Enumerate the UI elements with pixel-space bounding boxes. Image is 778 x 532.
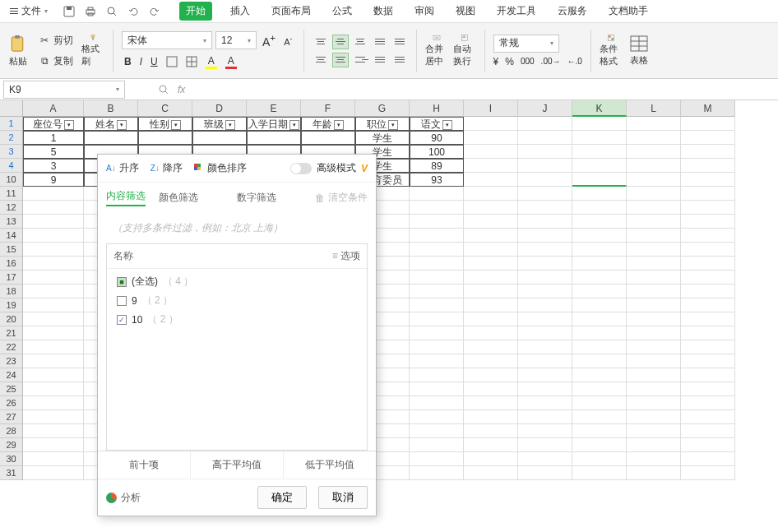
cell[interactable]: 入学日期▾	[247, 117, 301, 131]
cell[interactable]	[464, 382, 518, 396]
cell[interactable]	[410, 187, 464, 201]
cell[interactable]	[518, 131, 572, 145]
row-header[interactable]: 14	[0, 229, 23, 243]
tab-layout[interactable]: 页面布局	[268, 2, 314, 21]
cell[interactable]	[410, 285, 464, 298]
column-header[interactable]: F	[301, 100, 355, 117]
cell[interactable]	[627, 187, 681, 201]
cell[interactable]: 班级▾	[192, 117, 247, 131]
table-style-button[interactable]: 表格	[627, 35, 651, 67]
cell[interactable]: 1	[23, 131, 84, 145]
color-sort-button[interactable]: 颜色排序	[194, 161, 247, 175]
cell[interactable]	[681, 354, 735, 368]
cell[interactable]	[627, 257, 681, 271]
cell[interactable]	[518, 438, 572, 452]
cell[interactable]	[518, 285, 572, 298]
filter-tab-content[interactable]: 内容筛选	[106, 189, 146, 206]
cell[interactable]	[23, 396, 84, 410]
cell[interactable]	[23, 354, 84, 368]
cell[interactable]	[410, 271, 464, 285]
column-header[interactable]: D	[192, 100, 247, 117]
cell[interactable]: 语文▾	[410, 117, 464, 131]
align-middle-icon[interactable]	[332, 35, 349, 49]
cell[interactable]	[138, 131, 192, 145]
row-header[interactable]: 2	[0, 131, 23, 145]
cell[interactable]	[627, 117, 681, 131]
column-header[interactable]: I	[464, 100, 518, 117]
cell[interactable]	[23, 368, 84, 382]
cell[interactable]	[681, 257, 735, 271]
cell[interactable]	[23, 424, 84, 438]
undo-icon[interactable]	[127, 5, 140, 18]
font-selector[interactable]: 宋体▾	[122, 31, 212, 49]
cell[interactable]: 职位▾	[355, 117, 410, 131]
below-avg-button[interactable]: 低于平均值	[284, 451, 376, 479]
cell[interactable]	[23, 382, 84, 396]
cell[interactable]	[572, 298, 627, 312]
row-header[interactable]: 29	[0, 438, 23, 452]
cell[interactable]	[518, 173, 572, 187]
cell[interactable]	[627, 340, 681, 354]
cell[interactable]	[410, 243, 464, 257]
number-format-selector[interactable]: 常规▾	[493, 35, 559, 53]
cell[interactable]	[464, 312, 518, 326]
cell[interactable]	[681, 271, 735, 285]
cell[interactable]	[681, 215, 735, 229]
cell[interactable]	[681, 312, 735, 326]
row-header[interactable]: 18	[0, 285, 23, 298]
tab-view[interactable]: 视图	[452, 2, 479, 21]
cell[interactable]	[572, 368, 627, 382]
column-header[interactable]: B	[84, 100, 138, 117]
bold-button[interactable]: B	[122, 54, 134, 69]
cell[interactable]	[410, 452, 464, 466]
cell[interactable]	[464, 285, 518, 298]
row-header[interactable]: 28	[0, 424, 23, 438]
cell[interactable]	[681, 424, 735, 438]
cell[interactable]	[464, 271, 518, 285]
cell[interactable]	[23, 257, 84, 271]
align-left-icon[interactable]	[313, 53, 329, 67]
conditional-format-button[interactable]: 条件格式	[600, 35, 623, 67]
advanced-mode-toggle[interactable]: 高级模式 V	[290, 161, 368, 175]
cell[interactable]: 5	[23, 145, 84, 159]
above-avg-button[interactable]: 高于平均值	[191, 451, 284, 479]
cell[interactable]	[572, 438, 627, 452]
cell[interactable]	[23, 326, 84, 340]
cell[interactable]	[410, 312, 464, 326]
cell[interactable]	[572, 382, 627, 396]
cell[interactable]	[572, 145, 627, 159]
filter-item-all[interactable]: ■ (全选) （ 4 ）	[113, 272, 360, 291]
cell[interactable]	[572, 187, 627, 201]
row-header[interactable]: 13	[0, 215, 23, 229]
decrease-font-icon[interactable]: A-	[281, 33, 294, 49]
filter-dropdown-icon[interactable]: ▾	[442, 120, 452, 130]
cell[interactable]	[518, 340, 572, 354]
tab-start[interactable]: 开始	[179, 2, 212, 21]
cell[interactable]	[410, 438, 464, 452]
underline-button[interactable]: U	[148, 54, 160, 69]
row-header[interactable]: 31	[0, 466, 23, 480]
cell[interactable]	[410, 215, 464, 229]
cell[interactable]	[464, 396, 518, 410]
cell[interactable]	[572, 312, 627, 326]
cell[interactable]	[681, 201, 735, 215]
cell[interactable]	[518, 466, 572, 480]
cell[interactable]	[23, 187, 84, 201]
cell[interactable]	[627, 229, 681, 243]
filter-search-input[interactable]: （支持多条件过滤，例如：北京 上海）	[106, 216, 368, 240]
font-size-selector[interactable]: 12▾	[215, 31, 257, 49]
currency-icon[interactable]: ¥	[493, 56, 499, 67]
fill-color-button[interactable]: A	[203, 53, 220, 71]
cell[interactable]	[518, 410, 572, 424]
cell[interactable]: 姓名▾	[84, 117, 138, 131]
row-header[interactable]: 21	[0, 326, 23, 340]
cell[interactable]	[410, 229, 464, 243]
cell[interactable]	[572, 117, 627, 131]
row-header[interactable]: 17	[0, 271, 23, 285]
cell[interactable]	[410, 368, 464, 382]
column-header[interactable]: G	[355, 100, 410, 117]
cell[interactable]	[464, 257, 518, 271]
cell[interactable]	[464, 229, 518, 243]
row-header[interactable]: 30	[0, 452, 23, 466]
cell[interactable]: 89	[410, 159, 464, 173]
